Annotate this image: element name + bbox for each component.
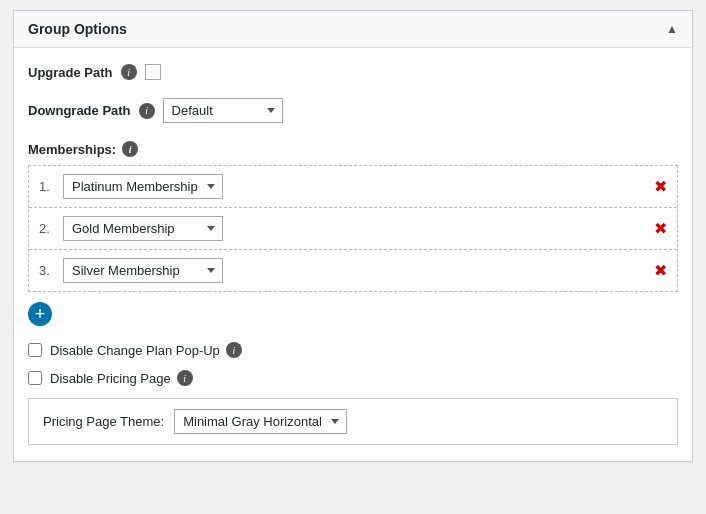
disable-change-plan-checkbox[interactable] [28,343,42,357]
disable-pricing-page-row: Disable Pricing Page i [28,370,678,386]
membership-row: 3. Platinum Membership Gold Membership S… [29,250,677,291]
panel-title: Group Options [28,21,127,37]
disable-pricing-page-checkbox[interactable] [28,371,42,385]
membership-select-1[interactable]: Platinum Membership Gold Membership Silv… [63,174,223,199]
pricing-theme-label: Pricing Page Theme: [43,414,164,429]
collapse-icon[interactable]: ▲ [666,22,678,36]
remove-membership-1[interactable]: ✖ [654,179,667,195]
membership-select-3[interactable]: Platinum Membership Gold Membership Silv… [63,258,223,283]
upgrade-path-row: Upgrade Path i [28,64,678,80]
disable-change-plan-label: Disable Change Plan Pop-Up i [50,342,250,358]
membership-select-2[interactable]: Platinum Membership Gold Membership Silv… [63,216,223,241]
downgrade-path-label: Downgrade Path [28,103,131,118]
group-options-panel: Group Options ▲ Upgrade Path i Downgrade… [13,10,693,462]
membership-row: 2. Platinum Membership Gold Membership S… [29,208,677,250]
pricing-theme-box: Pricing Page Theme: Minimal Gray Horizon… [28,398,678,445]
pricing-theme-select[interactable]: Minimal Gray Horizontal Default Modern B… [174,409,347,434]
disable-change-plan-row: Disable Change Plan Pop-Up i [28,342,678,358]
disable-pricing-page-label: Disable Pricing Page i [50,370,201,386]
remove-membership-3[interactable]: ✖ [654,263,667,279]
disable-pricing-info-icon: i [177,370,193,386]
downgrade-path-info-icon: i [139,103,155,119]
membership-row: 1. Platinum Membership Gold Membership S… [29,166,677,208]
add-membership-button[interactable]: + [28,302,52,326]
disable-change-plan-info-icon: i [226,342,242,358]
membership-list: 1. Platinum Membership Gold Membership S… [28,165,678,292]
upgrade-path-info-icon: i [121,64,137,80]
downgrade-path-select[interactable]: Default None Custom [163,98,283,123]
memberships-section-label: Memberships: i [28,141,678,157]
panel-body: Upgrade Path i Downgrade Path i Default … [14,48,692,461]
panel-header: Group Options ▲ [14,11,692,48]
membership-num-3: 3. [39,263,55,278]
upgrade-path-checkbox[interactable] [145,64,161,80]
memberships-info-icon: i [122,141,138,157]
remove-membership-2[interactable]: ✖ [654,221,667,237]
membership-num-1: 1. [39,179,55,194]
upgrade-path-label: Upgrade Path [28,65,113,80]
downgrade-path-row: Downgrade Path i Default None Custom [28,98,678,123]
membership-num-2: 2. [39,221,55,236]
